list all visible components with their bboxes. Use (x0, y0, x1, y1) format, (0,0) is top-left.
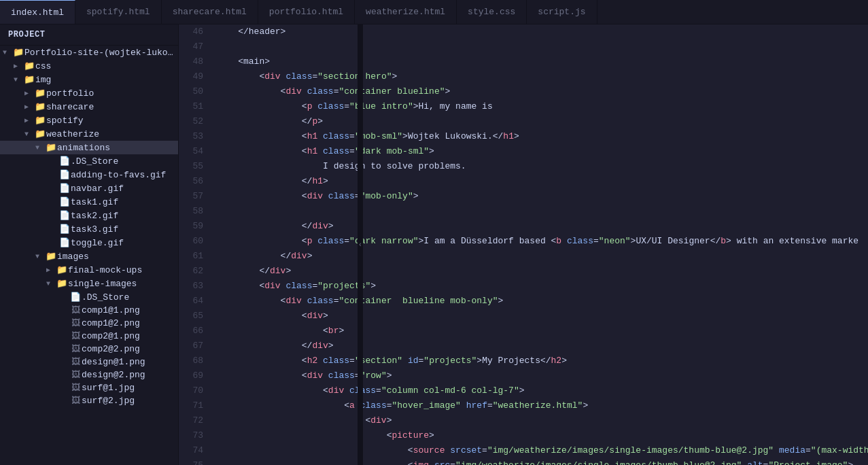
code-line-47 (217, 39, 868, 54)
chevron-right-icon-spotify: ▶ (24, 116, 34, 124)
sidebar-collapse-handle[interactable]: ‹ (358, 24, 363, 465)
spotify-label: spotify (46, 116, 84, 126)
surf1-label: surf@1.jpg (82, 383, 135, 393)
code-line-68: <h2 class="section" id="projects">My Pro… (217, 354, 868, 368)
final-mock-ups-label: final-mock-ups (68, 265, 142, 275)
sharecare-folder-icon: 📁 (34, 101, 46, 112)
comp1-2-icon: 🖼 (69, 318, 82, 328)
animations-label: animations (57, 143, 110, 153)
code-line-51: <p class="blue intro">Hi, my name is (217, 99, 868, 114)
collapse-icon: ‹ (358, 241, 362, 249)
sidebar-item-design1[interactable]: ▶ 🖼 design@1.png (0, 356, 178, 368)
sidebar-item-animations[interactable]: ▼ 📁 animations (0, 141, 178, 154)
sidebar-header: Project (0, 24, 178, 46)
sidebar-item-sharecare[interactable]: ▶ 📁 sharecare (0, 100, 178, 114)
sidebar-item-adding-to-favs[interactable]: ▶ 📄 adding-to-favs.gif (0, 168, 178, 182)
sidebar-item-design2[interactable]: ▶ 🖼 design@2.png (0, 368, 178, 381)
portfolio-folder-icon: 📁 (34, 88, 46, 99)
sidebar-item-comp1-2[interactable]: ▶ 🖼 comp1@2.png (0, 317, 178, 330)
sidebar-item-root[interactable]: ▼ 📁 Portfolio-site-(wojtek-lukowski) (0, 46, 178, 59)
css-folder-icon: 📁 (23, 61, 35, 71)
sharecare-label: sharecare (46, 102, 94, 112)
sidebar: Project ▼ 📁 Portfolio-site-(wojtek-lukow… (0, 24, 179, 465)
sidebar-item-task1-gif[interactable]: ▶ 📄 task1.gif (0, 195, 178, 209)
code-line-63: <div class="projects"> (217, 279, 868, 294)
tab-style-css[interactable]: style.css (457, 0, 527, 24)
task1-gif-icon: 📄 (58, 196, 71, 207)
css-label: css (35, 61, 51, 71)
design1-label: design@1.png (82, 357, 145, 367)
code-line-59: </div> (217, 219, 868, 234)
weatherize-label: weatherize (46, 129, 99, 139)
ds-store-label-1: .DS_Store (71, 156, 118, 167)
code-line-61: </div> (217, 249, 868, 264)
chevron-down-icon-animations: ▼ (35, 144, 45, 152)
code-line-74: <source srcset="img/weatherize/images/si… (217, 443, 868, 458)
sidebar-item-toggle-gif[interactable]: ▶ 📄 toggle.gif (0, 236, 178, 249)
code-line-62: </div> (217, 264, 868, 279)
sidebar-item-images[interactable]: ▼ 📁 images (0, 249, 178, 263)
chevron-right-icon-sharecare: ▶ (24, 103, 34, 111)
tab-spotify-html[interactable]: spotify.html (75, 0, 162, 24)
sidebar-item-navbar-gif[interactable]: ▶ 📄 navbar.gif (0, 182, 178, 195)
chevron-right-icon: ▶ (14, 62, 23, 70)
comp2-1-label: comp2@1.png (82, 331, 140, 341)
images-label: images (57, 252, 89, 262)
sidebar-item-spotify[interactable]: ▶ 📁 spotify (0, 114, 178, 127)
images-folder-icon: 📁 (45, 251, 57, 262)
sidebar-item-weatherize[interactable]: ▼ 📁 weatherize (0, 127, 178, 141)
final-mock-ups-folder-icon: 📁 (56, 264, 68, 275)
comp1-1-label: comp1@1.png (82, 305, 140, 315)
tab-script-js[interactable]: script.js (527, 0, 597, 24)
sidebar-item-img[interactable]: ▼ 📁 img (0, 73, 178, 86)
sidebar-item-single-images[interactable]: ▼ 📁 single-images (0, 277, 178, 290)
single-images-label: single-images (68, 279, 137, 289)
code-line-70: <div class="column col-md-6 col-lg-7"> (217, 383, 868, 398)
sidebar-item-comp2-1[interactable]: ▶ 🖼 comp2@1.png (0, 330, 178, 343)
code-line-50: <div class="container blueline"> (217, 84, 868, 99)
code-line-46: </header> (217, 24, 868, 39)
root-icon: 📁 (12, 47, 24, 58)
adding-to-favs-icon: 📄 (58, 169, 71, 180)
tab-index-html[interactable]: index.html (0, 0, 75, 24)
sidebar-item-final-mock-ups[interactable]: ▶ 📁 final-mock-ups (0, 263, 178, 277)
design1-icon: 🖼 (69, 357, 82, 367)
code-line-69: <div class="row"> (217, 368, 868, 383)
surf2-label: surf@2.jpg (82, 396, 135, 406)
tab-portfolio-html[interactable]: portfolio.html (258, 0, 355, 24)
chevron-down-icon-weatherize: ▼ (24, 131, 34, 138)
chevron-down-icon-img: ▼ (14, 76, 23, 84)
sidebar-item-comp2-2[interactable]: ▶ 🖼 comp2@2.png (0, 343, 178, 356)
code-content[interactable]: </header> <main> <div class="section her… (209, 24, 868, 465)
code-line-56: </h1> (217, 174, 868, 189)
main-layout: Project ▼ 📁 Portfolio-site-(wojtek-lukow… (0, 24, 868, 465)
sidebar-item-comp1-1[interactable]: ▶ 🖼 comp1@1.png (0, 304, 178, 317)
sidebar-item-task2-gif[interactable]: ▶ 📄 task2.gif (0, 209, 178, 222)
sidebar-item-portfolio[interactable]: ▶ 📁 portfolio (0, 86, 178, 100)
weatherize-folder-icon: 📁 (34, 128, 46, 139)
code-line-66: <br> (217, 324, 868, 339)
sidebar-item-css[interactable]: ▶ 📁 css (0, 59, 178, 73)
code-line-52: </p> (217, 114, 868, 129)
code-line-54: <h1 class="dark mob-sml"> (217, 144, 868, 159)
comp2-2-label: comp2@2.png (82, 344, 140, 354)
tab-sharecare-html[interactable]: sharecare.html (162, 0, 258, 24)
surf2-icon: 🖼 (69, 396, 82, 406)
line-numbers: 4647484950515253545556575859606162636465… (179, 24, 209, 465)
editor[interactable]: 4647484950515253545556575859606162636465… (179, 24, 868, 465)
chevron-right-icon-portfolio: ▶ (24, 89, 34, 97)
sidebar-item-ds-store-1[interactable]: ▶ 📄 .DS_Store (0, 154, 178, 168)
design2-label: design@2.png (82, 370, 145, 380)
sidebar-item-task3-gif[interactable]: ▶ 📄 task3.gif (0, 222, 178, 236)
task2-gif-label: task2.gif (71, 211, 118, 221)
img-label: img (35, 75, 51, 85)
toggle-gif-label: toggle.gif (71, 238, 124, 248)
tab-weatherize-html[interactable]: weatherize.html (355, 0, 457, 24)
navbar-gif-label: navbar.gif (71, 184, 124, 194)
sidebar-item-surf2[interactable]: ▶ 🖼 surf@2.jpg (0, 394, 178, 407)
sidebar-item-surf1[interactable]: ▶ 🖼 surf@1.jpg (0, 381, 178, 394)
tab-bar: index.html spotify.html sharecare.html p… (0, 0, 868, 24)
code-line-58 (217, 204, 868, 219)
chevron-down-icon-images: ▼ (35, 253, 45, 260)
sidebar-item-ds-store-2[interactable]: ▶ 📄 .DS_Store (0, 290, 178, 304)
